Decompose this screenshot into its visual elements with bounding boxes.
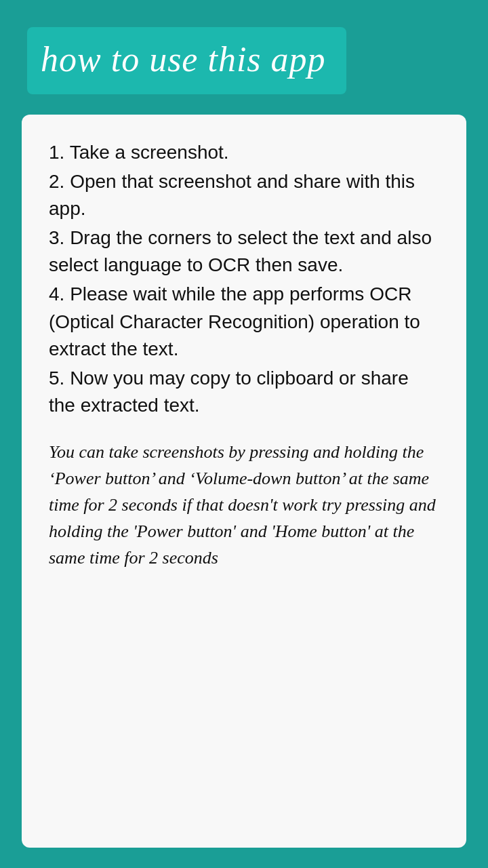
note-text: You can take screenshots by pressing and… [49,439,439,571]
app-title: how to use this app [41,40,326,79]
header-area: how to use this app [0,0,488,108]
step-item-1: 1. Take a screenshot. [49,139,439,167]
step-item-5: 5. Now you may copy to clipboard or shar… [49,365,439,420]
step-item-3: 3. Drag the corners to select the text a… [49,224,439,279]
note-section: You can take screenshots by pressing and… [49,439,439,571]
step-item-4: 4. Please wait while the app performs OC… [49,281,439,363]
header-box: how to use this app [27,27,346,94]
step-item-2: 2. Open that screenshot and share with t… [49,168,439,223]
content-card: 1. Take a screenshot.2. Open that screen… [22,115,466,848]
steps-section: 1. Take a screenshot.2. Open that screen… [49,139,439,420]
